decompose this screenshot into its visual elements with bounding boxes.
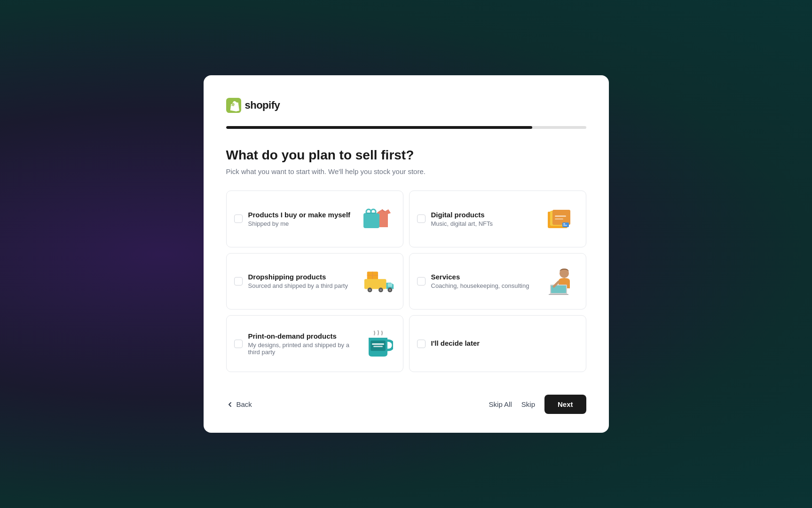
svg-rect-13 <box>563 225 567 226</box>
svg-point-24 <box>388 289 391 291</box>
mug-logo-icon <box>363 330 395 358</box>
checkbox-services[interactable] <box>417 277 426 286</box>
shopify-bag-icon <box>226 98 241 113</box>
svg-rect-17 <box>364 279 386 289</box>
svg-rect-28 <box>549 294 568 295</box>
next-button[interactable]: Next <box>544 395 586 414</box>
person-laptop-icon <box>545 267 578 295</box>
option-physical[interactable]: Products I buy or make myself Shipped by… <box>226 190 403 247</box>
option-physical-subtitle: Shipped by me <box>248 220 357 227</box>
option-digital-title: Digital products <box>431 211 540 219</box>
logo-area: shopify <box>226 98 586 113</box>
svg-rect-31 <box>373 346 383 347</box>
digital-files-icon <box>545 205 578 233</box>
option-services-subtitle: Coaching, housekeeping, consulting <box>431 282 540 289</box>
checkbox-physical[interactable] <box>234 214 243 223</box>
svg-rect-12 <box>563 223 565 224</box>
svg-rect-1 <box>363 213 379 228</box>
option-decide-later[interactable]: I'll decide later <box>409 315 586 372</box>
progress-bar <box>226 126 586 129</box>
footer: Back Skip All Skip Next <box>226 391 586 414</box>
chevron-left-icon <box>226 401 234 408</box>
checkbox-print-on-demand[interactable] <box>234 340 243 348</box>
option-physical-title: Products I buy or make myself <box>248 211 357 219</box>
svg-rect-18 <box>387 283 392 287</box>
skip-button[interactable]: Skip <box>521 400 535 408</box>
svg-rect-10 <box>555 218 563 220</box>
option-dropshipping[interactable]: Dropshipping products Sourced and shippe… <box>226 253 403 310</box>
skip-all-button[interactable]: Skip All <box>489 400 512 408</box>
progress-bar-fill <box>226 126 532 129</box>
options-grid: Products I buy or make myself Shipped by… <box>226 190 586 372</box>
option-digital-subtitle: Music, digital art, NFTs <box>431 220 540 227</box>
page-subtitle: Pick what you want to start with. We'll … <box>226 167 586 175</box>
option-dropshipping-title: Dropshipping products <box>248 273 357 281</box>
svg-point-22 <box>379 289 382 291</box>
checkbox-digital[interactable] <box>417 214 426 223</box>
option-services-title: Services <box>431 273 540 281</box>
bag-shirt-icon <box>363 205 395 233</box>
footer-right: Skip All Skip Next <box>489 395 586 414</box>
svg-rect-30 <box>372 343 384 345</box>
option-print-on-demand[interactable]: Print-on-demand products My designs, pri… <box>226 315 403 372</box>
logo-text: shopify <box>245 99 280 111</box>
option-pod-title: Print-on-demand products <box>248 332 357 340</box>
checkbox-dropshipping[interactable] <box>234 277 243 286</box>
page-title: What do you plan to sell first? <box>226 148 586 163</box>
main-modal: shopify What do you plan to sell first? … <box>204 75 609 433</box>
option-pod-subtitle: My designs, printed and shipped by a thi… <box>248 341 357 356</box>
back-button[interactable]: Back <box>226 400 252 408</box>
svg-rect-9 <box>555 215 566 217</box>
checkbox-decide-later[interactable] <box>417 340 426 348</box>
option-services[interactable]: Services Coaching, housekeeping, consult… <box>409 253 586 310</box>
option-decide-later-title: I'll decide later <box>431 339 578 347</box>
delivery-truck-icon <box>363 267 395 295</box>
svg-point-20 <box>369 289 371 291</box>
option-dropshipping-subtitle: Sourced and shipped by a third party <box>248 282 357 289</box>
option-digital[interactable]: Digital products Music, digital art, NFT… <box>409 190 586 247</box>
